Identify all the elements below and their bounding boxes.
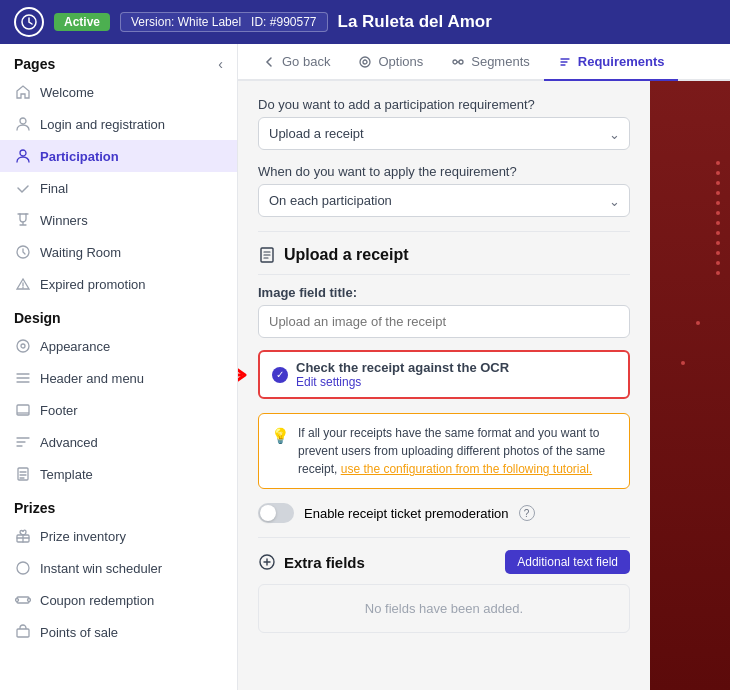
sidebar-label-participation: Participation xyxy=(40,149,119,164)
sidebar-label-advanced: Advanced xyxy=(40,435,98,450)
sidebar-label-header: Header and menu xyxy=(40,371,144,386)
template-icon xyxy=(14,465,32,483)
premoderation-toggle[interactable] xyxy=(258,503,294,523)
participation-requirement-select[interactable]: Upload a receipt xyxy=(258,117,630,150)
trophy-icon xyxy=(14,211,32,229)
sidebar-label-template: Template xyxy=(40,467,93,482)
apply-requirement-select[interactable]: On each participation xyxy=(258,184,630,217)
extra-fields-title: Extra fields xyxy=(258,553,365,571)
divider2 xyxy=(258,537,630,538)
ocr-text: Check the receipt against the OCR Edit s… xyxy=(296,360,509,389)
select1-wrapper: Upload a receipt ⌄ xyxy=(258,117,630,150)
question1-label: Do you want to add a participation requi… xyxy=(258,97,630,112)
ocr-label: Check the receipt against the OCR xyxy=(296,360,509,375)
ocr-edit-link[interactable]: Edit settings xyxy=(296,375,509,389)
right-decorative-panel xyxy=(650,81,730,690)
page-title: La Ruleta del Amor xyxy=(338,12,492,32)
participation-icon xyxy=(14,147,32,165)
sidebar-label-waiting: Waiting Room xyxy=(40,245,121,260)
active-badge: Active xyxy=(54,13,110,31)
sidebar-label-login: Login and registration xyxy=(40,117,165,132)
sidebar-label-instant-win: Instant win scheduler xyxy=(40,561,162,576)
svg-point-12 xyxy=(16,599,19,602)
tab-requirements[interactable]: Requirements xyxy=(544,44,679,81)
ocr-container: ✓ Check the receipt against the OCR Edit… xyxy=(258,350,630,399)
image-field-input[interactable] xyxy=(258,305,630,338)
warning-link[interactable]: use the configuration from the following… xyxy=(341,462,592,476)
select2-wrapper: On each participation ⌄ xyxy=(258,184,630,217)
appearance-icon xyxy=(14,337,32,355)
sidebar-item-welcome[interactable]: Welcome xyxy=(0,76,237,108)
sidebar-item-login[interactable]: Login and registration xyxy=(0,108,237,140)
warning-bulb-icon: 💡 xyxy=(271,425,290,478)
sidebar-label-footer: Footer xyxy=(40,403,78,418)
warning-box: 💡 If all your receipts have the same for… xyxy=(258,413,630,489)
section-title: Upload a receipt xyxy=(258,246,630,275)
footer-icon xyxy=(14,401,32,419)
tabs-bar: Go back Options Segments Requirements xyxy=(238,44,730,81)
ocr-box[interactable]: ✓ Check the receipt against the OCR Edit… xyxy=(258,350,630,399)
content-scroll: Do you want to add a participation requi… xyxy=(238,81,730,690)
sidebar-item-instant-win[interactable]: Instant win scheduler xyxy=(0,552,237,584)
sidebar-label-pos: Points of sale xyxy=(40,625,118,640)
toggle-label: Enable receipt ticket premoderation xyxy=(304,506,509,521)
red-arrow xyxy=(238,363,253,387)
sidebar-item-appearance[interactable]: Appearance xyxy=(0,330,237,362)
sidebar-item-coupon[interactable]: Coupon redemption xyxy=(0,584,237,616)
sidebar-item-prize-inventory[interactable]: Prize inventory xyxy=(0,520,237,552)
prizes-section-title: Prizes xyxy=(0,490,237,520)
sidebar-item-template[interactable]: Template xyxy=(0,458,237,490)
svg-point-4 xyxy=(17,340,29,352)
divider1 xyxy=(258,231,630,232)
sidebar-item-header[interactable]: Header and menu xyxy=(0,362,237,394)
sidebar-item-expired[interactable]: Expired promotion xyxy=(0,268,237,300)
user-icon xyxy=(14,115,32,133)
ocr-checkbox[interactable]: ✓ xyxy=(272,367,288,383)
warning-icon xyxy=(14,275,32,293)
svg-point-18 xyxy=(459,60,463,64)
svg-point-15 xyxy=(360,57,370,67)
sidebar-item-advanced[interactable]: Advanced xyxy=(0,426,237,458)
no-fields-box: No fields have been added. xyxy=(258,584,630,633)
sidebar-label-welcome: Welcome xyxy=(40,85,94,100)
sidebar-collapse-icon[interactable]: ‹ xyxy=(218,56,223,72)
tab-options[interactable]: Options xyxy=(344,44,437,81)
sidebar-label-prize-inventory: Prize inventory xyxy=(40,529,126,544)
toggle-row: Enable receipt ticket premoderation ? xyxy=(258,503,630,523)
svg-rect-14 xyxy=(17,629,29,637)
decorative-dots xyxy=(716,161,720,275)
menu-icon xyxy=(14,369,32,387)
help-icon[interactable]: ? xyxy=(519,505,535,521)
coupon-icon xyxy=(14,591,32,609)
svg-point-2 xyxy=(20,150,26,156)
sidebar-item-footer[interactable]: Footer xyxy=(0,394,237,426)
svg-point-10 xyxy=(17,562,29,574)
svg-point-5 xyxy=(21,344,25,348)
check-icon xyxy=(14,179,32,197)
clock-icon xyxy=(14,243,32,261)
sidebar-label-appearance: Appearance xyxy=(40,339,110,354)
sidebar: Pages ‹ Welcome Login and registration P… xyxy=(0,44,238,690)
sidebar-item-points-of-sale[interactable]: Points of sale xyxy=(0,616,237,648)
question2-label: When do you want to apply the requiremen… xyxy=(258,164,630,179)
warning-text: If all your receipts have the same forma… xyxy=(298,424,617,478)
sidebar-item-participation[interactable]: Participation xyxy=(0,140,237,172)
svg-point-16 xyxy=(363,60,367,64)
content-area: Go back Options Segments Requirements Do… xyxy=(238,44,730,690)
design-section-title: Design xyxy=(0,300,237,330)
svg-point-1 xyxy=(20,118,26,124)
image-field-label: Image field title: xyxy=(258,285,630,300)
sidebar-label-coupon: Coupon redemption xyxy=(40,593,154,608)
sidebar-item-winners[interactable]: Winners xyxy=(0,204,237,236)
svg-point-13 xyxy=(28,599,31,602)
logo-icon xyxy=(14,7,44,37)
sidebar-label-final: Final xyxy=(40,181,68,196)
extra-fields-header: Extra fields Additional text field xyxy=(258,550,630,574)
sidebar-item-final[interactable]: Final xyxy=(0,172,237,204)
sidebar-item-waiting[interactable]: Waiting Room xyxy=(0,236,237,268)
additional-text-field-button[interactable]: Additional text field xyxy=(505,550,630,574)
tab-go-back[interactable]: Go back xyxy=(248,44,344,81)
advanced-icon xyxy=(14,433,32,451)
pos-icon xyxy=(14,623,32,641)
tab-segments[interactable]: Segments xyxy=(437,44,544,81)
